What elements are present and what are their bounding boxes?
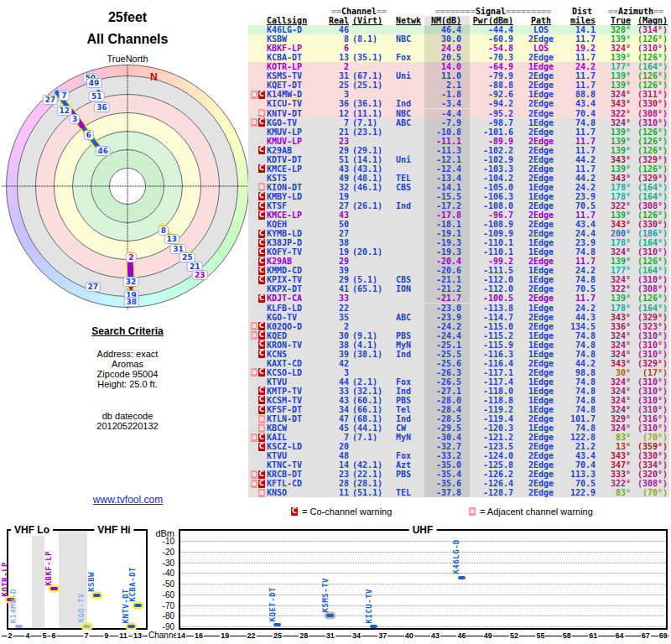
callsign-link[interactable]: KQEH bbox=[267, 220, 327, 229]
true-azimuth-cell: 324° bbox=[602, 90, 632, 99]
tvfool-link-wrap: www.tvfool.com bbox=[50, 494, 205, 506]
magnetic-azimuth-cell: (310°) bbox=[632, 423, 669, 433]
callsign-link[interactable]: KDJT-CA bbox=[267, 293, 327, 303]
table-row: KSMS-TV31(67.1)Uni11.0-79.92Edge11.7139°… bbox=[248, 71, 669, 80]
callsign-link[interactable]: KPIX-TV bbox=[267, 275, 327, 284]
warning-cell: aC bbox=[248, 434, 267, 442]
channels-title: All Channels bbox=[2, 32, 253, 47]
nm-db-cell: -19.1 bbox=[424, 229, 470, 238]
magnetic-azimuth-cell: (164°) bbox=[632, 62, 669, 71]
real-channel-cell: 3 bbox=[327, 90, 349, 99]
virtual-channel-cell: (36.1) bbox=[349, 99, 391, 108]
callsign-link[interactable]: KAXT-CD bbox=[267, 359, 327, 368]
channel-tick-label: 58 bbox=[562, 631, 572, 640]
table-row: CKFSF-DT34(66.1)Tel-28.4-119.21Edge74.83… bbox=[248, 405, 669, 414]
adjacent-warning-icon: a bbox=[258, 183, 265, 191]
callsign-link[interactable]: K46LG-D bbox=[267, 25, 327, 34]
callsign-link[interactable]: KMUV-LP bbox=[267, 137, 327, 146]
callsign-link[interactable]: KICU-TV bbox=[267, 99, 327, 108]
callsign-link[interactable]: KCSO-LD bbox=[267, 368, 327, 377]
nm-db-cell: -26.3 bbox=[424, 368, 470, 377]
nm-db-cell: -23.0 bbox=[424, 304, 470, 313]
table-row: KOTR-LP214.0-64.91Edge24.2177°(164°) bbox=[248, 62, 669, 71]
callsign-link[interactable]: KBKF-LP bbox=[267, 44, 327, 53]
warning-cell: C bbox=[248, 211, 267, 220]
callsign-link[interactable]: KYMB-LD bbox=[267, 229, 327, 238]
channel-tick-label: 14 bbox=[176, 631, 186, 640]
callsign-link[interactable]: KSBW bbox=[267, 34, 327, 44]
callsign-link[interactable]: K02QO-D bbox=[267, 322, 327, 331]
callsign-link[interactable]: KDTV-DT bbox=[267, 155, 327, 164]
callsign-link[interactable]: KSCZ-LD bbox=[267, 442, 327, 451]
callsign-link[interactable]: KMCE-LP bbox=[267, 210, 327, 220]
callsign-link[interactable]: KTVU bbox=[267, 451, 327, 460]
callsign-link[interactable]: KSMS-TV bbox=[267, 71, 327, 80]
power-dbm-cell: -110.1 bbox=[470, 247, 520, 257]
callsign-link[interactable]: KBCW bbox=[267, 423, 327, 433]
network-cell: CBS bbox=[391, 275, 424, 284]
callsign-link[interactable]: KTLN-DT bbox=[267, 414, 327, 423]
callsign-link[interactable]: KMBY-LD bbox=[267, 192, 327, 201]
callsign-link[interactable]: KCBA-DT bbox=[267, 53, 327, 62]
co-channel-warning-icon: C bbox=[258, 368, 265, 377]
magnetic-azimuth-cell: (310°) bbox=[632, 118, 669, 127]
callsign-link[interactable]: K38JP-D bbox=[267, 238, 327, 247]
tvfool-link[interactable]: www.tvfool.com bbox=[93, 494, 163, 506]
table-row: CKOFY-TV19(20.1)-19.3-110.11Edge74.8324°… bbox=[248, 247, 669, 257]
callsign-link[interactable]: KRCB-DT bbox=[267, 470, 327, 479]
magnetic-azimuth-cell: (329°) bbox=[632, 174, 669, 183]
adjacent-channel-badge-icon: a bbox=[469, 507, 476, 516]
power-dbm-cell: -98.7 bbox=[470, 118, 520, 127]
true-azimuth-cell: 83° bbox=[602, 433, 632, 442]
virtual-channel-cell: (42.1) bbox=[349, 460, 391, 470]
adjacent-channel-legend-text: = Adjacent channel warning bbox=[480, 506, 593, 517]
real-channel-cell: 29 bbox=[327, 257, 349, 266]
callsign-link[interactable]: KMUV-LP bbox=[267, 127, 327, 137]
callsign-link[interactable]: KSTS bbox=[267, 174, 327, 183]
real-channel-cell: 43 bbox=[327, 396, 349, 405]
nm-db-cell: -13.4 bbox=[424, 174, 470, 183]
callsign-link[interactable]: KMMD-CD bbox=[267, 266, 327, 275]
callsign-link[interactable]: KQET-DT bbox=[267, 80, 327, 90]
callsign-link[interactable]: KFTL-CD bbox=[267, 479, 327, 488]
callsign-link[interactable]: K29AB bbox=[267, 146, 327, 155]
callsign-link[interactable]: K14MW-D bbox=[267, 90, 327, 99]
callsign-link[interactable]: KRON-TV bbox=[267, 340, 327, 350]
callsign-link[interactable]: KMTP-TV bbox=[267, 387, 327, 396]
real-channel-cell: 27 bbox=[327, 229, 349, 238]
callsign-link[interactable]: KLFB-LD bbox=[267, 304, 327, 313]
callsign-link[interactable]: KGO-TV bbox=[267, 118, 327, 127]
callsign-link[interactable]: KMCE-LP bbox=[267, 164, 327, 174]
path-cell: 2Edge bbox=[520, 442, 562, 451]
callsign-link[interactable]: KOFY-TV bbox=[267, 247, 327, 257]
tvfool-report: 25feet All Channels TrueNorth 5049513627… bbox=[0, 0, 671, 644]
channel-tick-label: 34 bbox=[351, 631, 362, 640]
callsign-link[interactable]: KQED bbox=[267, 331, 327, 340]
callsign-link[interactable]: KTNC-TV bbox=[267, 460, 327, 470]
co-channel-legend: C = Co-channel warning bbox=[290, 506, 392, 517]
path-cell: 1Edge bbox=[520, 192, 562, 201]
power-dbm-cell: -114.7 bbox=[470, 313, 520, 322]
callsign-link[interactable]: KTVU bbox=[267, 377, 327, 387]
callsign-link[interactable]: KNTV-DT bbox=[267, 109, 327, 118]
station-table: ==Channel==========Signal=========Dist==… bbox=[248, 7, 669, 497]
callsign-link[interactable]: KOTR-LP bbox=[267, 62, 327, 71]
callsign-link[interactable]: KAIL bbox=[267, 433, 327, 442]
nm-db-cell: -17.2 bbox=[424, 201, 470, 210]
magnetic-azimuth-cell: (126°) bbox=[632, 293, 669, 303]
real-channel-cell: 39 bbox=[327, 350, 349, 359]
callsign-link[interactable]: K29AB bbox=[267, 257, 327, 266]
callsign-link[interactable]: KNSO bbox=[267, 488, 327, 497]
callsign-link[interactable]: KION-DT bbox=[267, 183, 327, 192]
callsign-link[interactable]: KCSM-TV bbox=[267, 396, 327, 405]
magnetic-azimuth-cell: (17°) bbox=[632, 368, 669, 377]
nm-db-cell: -33.2 bbox=[424, 451, 470, 460]
power-dbm-cell: -60.9 bbox=[470, 34, 520, 44]
callsign-link[interactable]: KGO-TV bbox=[267, 313, 327, 322]
callsign-link[interactable]: KCNS bbox=[267, 350, 327, 359]
callsign-link[interactable]: KFSF-DT bbox=[267, 405, 327, 414]
magnetic-azimuth-cell: (359°) bbox=[632, 442, 669, 451]
callsign-link[interactable]: KTSF bbox=[267, 201, 327, 210]
callsign-link[interactable]: KKPX-DT bbox=[267, 284, 327, 293]
nm-db-cell: -21.2 bbox=[424, 284, 470, 293]
